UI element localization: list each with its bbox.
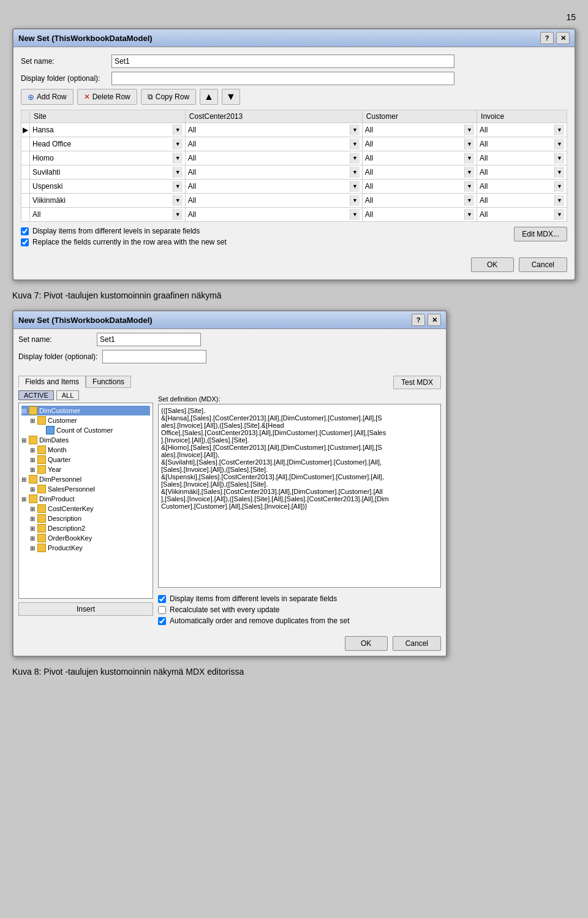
- tree-item[interactable]: Count of Customer: [21, 425, 150, 435]
- tree-item[interactable]: ⊞Description: [21, 514, 150, 523]
- tree-expand-icon[interactable]: ⊞: [30, 486, 37, 493]
- dialog2-cancel-button[interactable]: Cancel: [393, 636, 441, 651]
- mdx-textarea[interactable]: [158, 404, 441, 588]
- col-customer-header: Customer: [362, 110, 477, 123]
- tree-item[interactable]: ⊞Year: [21, 465, 150, 474]
- table-row-invoice: All▼: [477, 194, 567, 208]
- tree-expand-icon[interactable]: ⊞: [30, 545, 37, 552]
- tree-item[interactable]: ⊞Quarter: [21, 455, 150, 465]
- dropdown-arrow[interactable]: ▼: [554, 181, 564, 192]
- dropdown-arrow[interactable]: ▼: [173, 195, 183, 206]
- dropdown-arrow[interactable]: ▼: [464, 138, 474, 150]
- dialog2-cb3[interactable]: [158, 617, 166, 625]
- test-mdx-button[interactable]: Test MDX: [393, 376, 441, 389]
- display-folder-input[interactable]: [111, 72, 454, 85]
- tree-item[interactable]: ⊞SalesPersonnel: [21, 484, 150, 494]
- tree-expand-icon[interactable]: ⊟: [21, 408, 29, 414]
- dropdown-arrow[interactable]: ▼: [173, 124, 183, 135]
- dropdown-arrow[interactable]: ▼: [173, 167, 183, 178]
- tree-expand-icon[interactable]: ⊞: [30, 466, 37, 473]
- dialog1-titlebar: New Set (ThisWorkbookDataModel) ? ✕: [13, 29, 575, 47]
- dropdown-arrow[interactable]: ▼: [464, 153, 474, 164]
- tree-container[interactable]: ⊟DimCustomer⊞CustomerCount of Customer⊞D…: [18, 403, 153, 599]
- dialog2-ok-button[interactable]: OK: [345, 636, 388, 651]
- tab-functions[interactable]: Functions: [86, 376, 131, 388]
- tree-expand-icon[interactable]: ⊞: [30, 447, 37, 453]
- tree-item-label: Quarter: [48, 456, 70, 463]
- copy-row-button[interactable]: ⧉ Copy Row: [141, 89, 196, 105]
- tree-item[interactable]: ⊞DimProduct: [21, 494, 150, 504]
- close-button[interactable]: ✕: [556, 32, 570, 44]
- dropdown-arrow[interactable]: ▼: [554, 195, 564, 206]
- all-button[interactable]: ALL: [56, 390, 80, 400]
- active-button[interactable]: ACTIVE: [18, 390, 54, 400]
- tree-item[interactable]: ⊞Customer: [21, 415, 150, 425]
- cb1-checkbox[interactable]: [21, 227, 29, 235]
- display-folder-label: Display folder (optional):: [21, 74, 107, 83]
- dropdown-arrow[interactable]: ▼: [350, 195, 360, 206]
- dropdown-arrow[interactable]: ▼: [464, 195, 474, 206]
- tree-expand-icon[interactable]: ⊞: [30, 506, 37, 512]
- dialog2-close-button[interactable]: ✕: [428, 314, 441, 326]
- tree-item[interactable]: ⊟DimCustomer: [21, 406, 150, 415]
- tree-expand-icon[interactable]: ⊞: [30, 535, 37, 542]
- set-name-row: Set name:: [21, 55, 567, 68]
- dropdown-arrow[interactable]: ▼: [350, 153, 360, 164]
- tree-item[interactable]: ⊞CostCenterKey: [21, 504, 150, 514]
- add-row-button[interactable]: ⊕ Add Row: [21, 89, 74, 105]
- dropdown-arrow[interactable]: ▼: [173, 209, 183, 220]
- dropdown-arrow[interactable]: ▼: [350, 209, 360, 220]
- tree-item[interactable]: ⊞Month: [21, 445, 150, 455]
- tree-item[interactable]: ⊞DimPersonnel: [21, 474, 150, 484]
- dialog2-display-folder-input[interactable]: [102, 350, 206, 363]
- tree-expand-icon[interactable]: ⊞: [21, 437, 29, 444]
- dropdown-arrow[interactable]: ▼: [173, 138, 183, 150]
- dropdown-arrow[interactable]: ▼: [173, 153, 183, 164]
- dropdown-arrow[interactable]: ▼: [464, 209, 474, 220]
- dropdown-arrow[interactable]: ▼: [464, 167, 474, 178]
- tree-item[interactable]: ⊞OrderBookKey: [21, 533, 150, 543]
- delete-row-button[interactable]: ✕ Delete Row: [77, 89, 137, 105]
- ok-button[interactable]: OK: [471, 257, 514, 272]
- dropdown-arrow[interactable]: ▼: [350, 167, 360, 178]
- move-up-button[interactable]: ▲: [200, 89, 218, 105]
- dialog2-set-name-input[interactable]: [97, 333, 201, 346]
- tree-item-label: DimProduct: [39, 495, 74, 503]
- dropdown-arrow[interactable]: ▼: [464, 181, 474, 192]
- tree-item[interactable]: ⊞Description2: [21, 523, 150, 533]
- cancel-button[interactable]: Cancel: [519, 257, 567, 272]
- dialog2-display-folder-row: Display folder (optional):: [18, 350, 441, 363]
- tree-expand-icon[interactable]: ⊞: [21, 476, 29, 483]
- insert-button[interactable]: Insert: [18, 602, 153, 616]
- dropdown-arrow[interactable]: ▼: [350, 181, 360, 192]
- dialog2-help-button[interactable]: ?: [412, 314, 425, 326]
- table-row-customer: All▼: [362, 165, 477, 180]
- dialog2-display-folder-label: Display folder (optional):: [18, 352, 97, 361]
- tree-item[interactable]: ⊞DimDates: [21, 435, 150, 445]
- dropdown-arrow[interactable]: ▼: [173, 181, 183, 192]
- dropdown-arrow[interactable]: ▼: [554, 209, 564, 220]
- tree-expand-icon[interactable]: ⊞: [30, 417, 37, 424]
- cb2-checkbox[interactable]: [21, 238, 29, 246]
- dialog2-checkboxes: Display items from different levels in s…: [158, 594, 441, 625]
- dropdown-arrow[interactable]: ▼: [464, 124, 474, 135]
- tree-expand-icon[interactable]: ⊞: [30, 457, 37, 463]
- tree-expand-icon[interactable]: ⊞: [21, 496, 29, 503]
- tree-expand-icon[interactable]: ⊞: [30, 525, 37, 532]
- tree-item[interactable]: ⊞ProductKey: [21, 543, 150, 553]
- dialog2-cb1[interactable]: [158, 595, 166, 603]
- tab-fields[interactable]: Fields and Items: [18, 376, 86, 388]
- help-button[interactable]: ?: [540, 32, 554, 44]
- dropdown-arrow[interactable]: ▼: [554, 138, 564, 150]
- dropdown-arrow[interactable]: ▼: [554, 153, 564, 164]
- dropdown-arrow[interactable]: ▼: [350, 138, 360, 150]
- dropdown-arrow[interactable]: ▼: [554, 124, 564, 135]
- dropdown-arrow[interactable]: ▼: [350, 124, 360, 135]
- move-down-button[interactable]: ▼: [222, 89, 240, 105]
- active-all-row: ACTIVE ALL: [18, 390, 153, 400]
- dialog2-cb2[interactable]: [158, 606, 166, 614]
- dropdown-arrow[interactable]: ▼: [554, 167, 564, 178]
- edit-mdx-button[interactable]: Edit MDX...: [514, 227, 567, 241]
- tree-expand-icon[interactable]: ⊞: [30, 515, 37, 522]
- set-name-input[interactable]: [111, 55, 454, 68]
